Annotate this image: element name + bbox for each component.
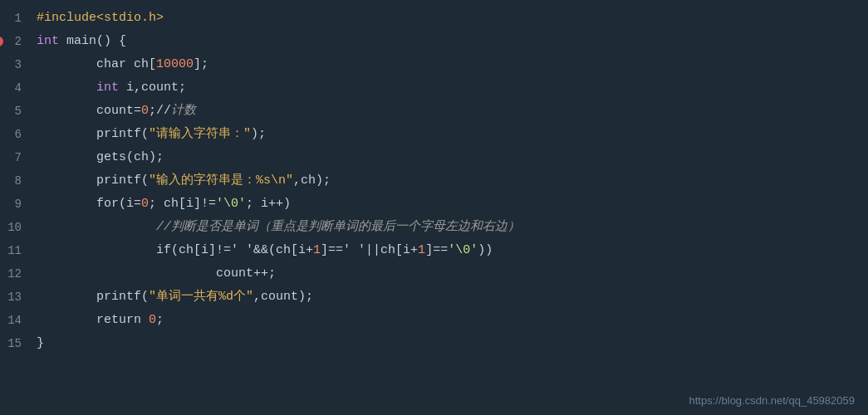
- code-segment: ]==: [425, 243, 448, 257]
- code-segment: printf(: [37, 173, 149, 188]
- line-number: 1: [0, 7, 30, 30]
- code-segment: int: [37, 34, 59, 48]
- code-segment: ; ch[i]!=: [149, 197, 216, 211]
- code-segment: <stdio.h>: [96, 11, 164, 25]
- code-content: }: [30, 332, 868, 355]
- code-line: 1#include<stdio.h>: [0, 7, 868, 30]
- code-content: printf("单词一共有%d个",count);: [30, 286, 868, 309]
- line-number: 2: [0, 30, 30, 53]
- code-line: 13 printf("单词一共有%d个",count);: [0, 286, 868, 309]
- code-content: if(ch[i]!=' '&&(ch[i+1]==' '||ch[i+1]=='…: [30, 239, 868, 262]
- code-segment: printf(: [37, 127, 149, 141]
- code-segment: 1: [418, 243, 425, 257]
- code-segment: [37, 81, 96, 95]
- watermark: https://blog.csdn.net/qq_45982059: [689, 394, 856, 407]
- code-content: count=0;//计数: [30, 100, 868, 123]
- line-number: 12: [0, 262, 30, 286]
- code-segment: ,ch);: [293, 173, 331, 188]
- line-number: 4: [0, 76, 30, 100]
- code-content: printf("请输入字符串：");: [30, 123, 868, 146]
- code-segment: );: [251, 127, 266, 141]
- code-segment: ]==' '||ch[i+: [321, 243, 418, 257]
- code-line: 12 count++;: [0, 262, 868, 286]
- code-segment: 0: [141, 104, 149, 118]
- code-segment: ,count);: [253, 290, 313, 304]
- code-segment: 1: [313, 243, 321, 257]
- code-segment: char ch[: [37, 57, 156, 71]
- code-segment: 10000: [156, 57, 194, 71]
- code-content: return 0;: [30, 309, 868, 332]
- code-editor: 1#include<stdio.h>2int main() {3 char ch…: [0, 0, 868, 380]
- code-segment: #include: [37, 11, 96, 25]
- code-segment: i,count;: [119, 81, 186, 95]
- code-segment: 0: [141, 197, 149, 211]
- line-number: 10: [0, 216, 30, 239]
- code-segment: }: [37, 336, 44, 350]
- code-segment: int: [96, 81, 119, 95]
- code-segment: '\0': [448, 243, 478, 257]
- code-line: 4 int i,count;: [0, 76, 868, 100]
- line-number: 8: [0, 169, 30, 193]
- code-line: 9 for(i=0; ch[i]!='\0'; i++): [0, 193, 868, 216]
- code-segment: //判断是否是单词（重点是判断单词的最后一个字母左边和右边）: [37, 220, 520, 234]
- code-line: 15}: [0, 332, 868, 355]
- code-content: for(i=0; ch[i]!='\0'; i++): [30, 193, 868, 216]
- line-number: 6: [0, 123, 30, 146]
- code-content: //判断是否是单词（重点是判断单词的最后一个字母左边和右边）: [30, 216, 868, 239]
- code-segment: ];: [194, 57, 208, 71]
- code-segment: 计数: [171, 104, 196, 118]
- line-number: 14: [0, 309, 30, 332]
- code-content: char ch[10000];: [30, 53, 868, 76]
- code-segment: count=: [37, 104, 141, 118]
- line-number: 9: [0, 193, 30, 216]
- code-line: 5 count=0;//计数: [0, 100, 868, 123]
- code-segment: main() {: [59, 34, 126, 48]
- line-number: 3: [0, 53, 30, 76]
- code-segment: )): [478, 243, 493, 257]
- code-line: 14 return 0;: [0, 309, 868, 332]
- code-line: 2int main() {: [0, 30, 868, 53]
- line-number: 13: [0, 286, 30, 309]
- code-segment: '\0': [216, 197, 246, 211]
- code-line: 11 if(ch[i]!=' '&&(ch[i+1]==' '||ch[i+1]…: [0, 239, 868, 262]
- code-line: 6 printf("请输入字符串：");: [0, 123, 868, 146]
- code-segment: if(ch[i]!=' '&&(ch[i+: [37, 243, 313, 257]
- code-content: gets(ch);: [30, 146, 868, 169]
- code-segment: 0: [149, 313, 156, 327]
- code-segment: return: [37, 313, 149, 327]
- code-line: 10 //判断是否是单词（重点是判断单词的最后一个字母左边和右边）: [0, 216, 868, 239]
- code-segment: "单词一共有%d个": [149, 290, 253, 304]
- line-number: 7: [0, 146, 30, 169]
- code-segment: ;//: [149, 104, 171, 118]
- code-content: #include<stdio.h>: [30, 7, 868, 30]
- code-segment: count++;: [37, 266, 276, 281]
- code-content: printf("输入的字符串是：%s\n",ch);: [30, 169, 868, 193]
- code-line: 7 gets(ch);: [0, 146, 868, 169]
- code-content: int main() {: [30, 30, 868, 53]
- code-segment: ;: [156, 313, 164, 327]
- breakpoint-indicator: [0, 37, 3, 46]
- code-content: int i,count;: [30, 76, 868, 100]
- line-number: 5: [0, 100, 30, 123]
- code-line: 8 printf("输入的字符串是：%s\n",ch);: [0, 169, 868, 193]
- line-number: 11: [0, 239, 30, 262]
- code-segment: "请输入字符串：": [149, 127, 251, 141]
- code-segment: for(i=: [37, 197, 141, 211]
- line-number: 15: [0, 332, 30, 355]
- code-segment: printf(: [37, 290, 149, 304]
- code-line: 3 char ch[10000];: [0, 53, 868, 76]
- code-segment: gets(ch);: [37, 150, 164, 164]
- code-segment: "输入的字符串是：%s\n": [149, 173, 293, 188]
- code-content: count++;: [30, 262, 868, 286]
- code-segment: ; i++): [246, 197, 291, 211]
